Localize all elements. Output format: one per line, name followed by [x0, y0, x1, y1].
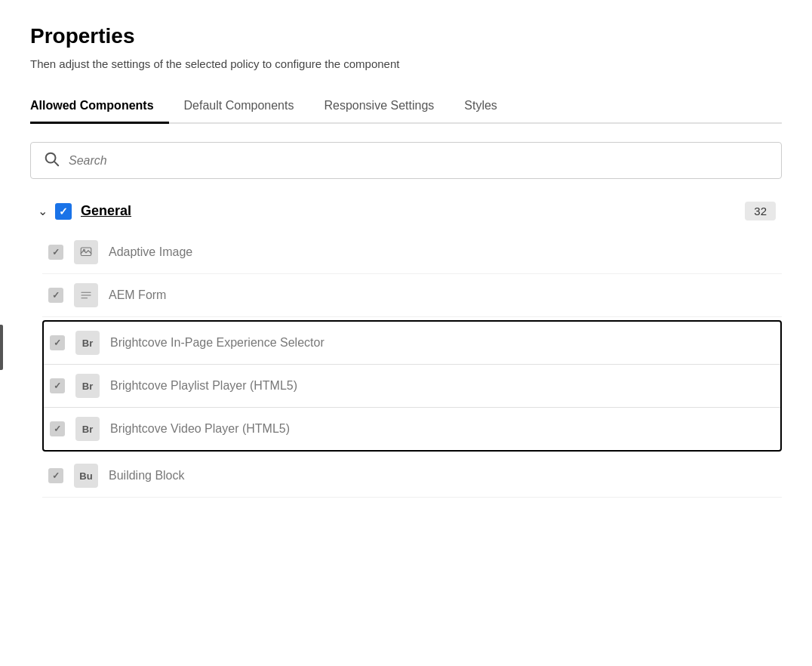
brightcove-playlist-icon: Br — [75, 374, 100, 398]
general-collapse-button[interactable]: ⌄ — [36, 202, 49, 220]
brightcove-playlist-checkbox[interactable]: ✓ — [50, 378, 65, 393]
general-checkbox[interactable]: ✓ — [55, 203, 72, 220]
component-list: ✓ Adaptive Image ✓ AEM Form ✓ — [30, 231, 782, 498]
tab-bar: Allowed Components Default Components Re… — [30, 91, 782, 124]
brightcove-inpage-label: Brightcove In-Page Experience Selector — [110, 336, 324, 350]
brightcove-inpage-icon: Br — [75, 331, 100, 355]
adaptive-image-checkbox[interactable]: ✓ — [48, 245, 63, 260]
building-block-checkbox[interactable]: ✓ — [48, 468, 63, 483]
list-item: ✓ Br Brightcove Video Player (HTML5) — [44, 408, 780, 450]
list-item: ✓ AEM Form — [42, 274, 782, 317]
list-item: ✓ Bu Building Block — [42, 455, 782, 498]
page-title: Properties — [30, 24, 782, 48]
brightcove-playlist-label: Brightcove Playlist Player (HTML5) — [110, 379, 297, 393]
list-item: ✓ Br Brightcove In-Page Experience Selec… — [44, 322, 780, 365]
tab-styles[interactable]: Styles — [449, 91, 512, 124]
general-count-badge: 32 — [745, 202, 776, 220]
tab-responsive-settings[interactable]: Responsive Settings — [309, 91, 449, 124]
general-label[interactable]: General — [81, 203, 745, 219]
brightcove-video-icon: Br — [75, 417, 100, 441]
building-block-label: Building Block — [109, 469, 185, 483]
search-container — [30, 142, 782, 179]
svg-line-1 — [54, 162, 58, 165]
tab-allowed-components[interactable]: Allowed Components — [30, 91, 169, 124]
adaptive-image-icon — [74, 240, 98, 264]
list-item: ✓ Adaptive Image — [42, 231, 782, 274]
aem-form-checkbox[interactable]: ✓ — [48, 288, 63, 303]
brightcove-video-checkbox[interactable]: ✓ — [50, 421, 65, 436]
list-item: ✓ Br Brightcove Playlist Player (HTML5) — [44, 365, 780, 408]
search-icon — [43, 150, 60, 171]
aem-form-icon — [74, 283, 98, 307]
brightcove-inpage-checkbox[interactable]: ✓ — [50, 335, 65, 350]
aem-form-label: AEM Form — [109, 288, 166, 302]
general-header: ⌄ ✓ General 32 — [30, 194, 782, 228]
building-block-icon: Bu — [74, 464, 98, 488]
brightcove-video-label: Brightcove Video Player (HTML5) — [110, 422, 290, 436]
general-check-mark: ✓ — [59, 205, 68, 217]
search-input[interactable] — [69, 154, 769, 168]
tab-default-components[interactable]: Default Components — [169, 91, 309, 124]
left-accent — [0, 325, 3, 370]
page-subtitle: Then adjust the settings of the selected… — [30, 57, 782, 70]
brightcove-group: ✓ Br Brightcove In-Page Experience Selec… — [42, 320, 782, 452]
adaptive-image-label: Adaptive Image — [109, 245, 192, 259]
